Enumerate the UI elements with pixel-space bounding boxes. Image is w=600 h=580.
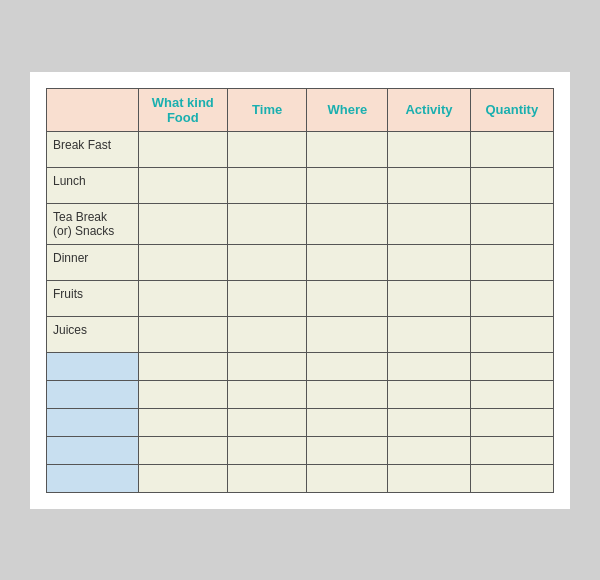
col-header-activity: Activity	[388, 88, 470, 131]
table-row: Break Fast	[47, 131, 554, 167]
col-header-blank	[47, 88, 139, 131]
data-cell[interactable]	[307, 244, 388, 280]
row-label: Tea Break (or) Snacks	[47, 203, 139, 244]
data-cell[interactable]	[388, 244, 470, 280]
table-row: Tea Break (or) Snacks	[47, 203, 554, 244]
data-cell[interactable]	[138, 167, 227, 203]
data-cell[interactable]	[388, 352, 470, 380]
data-cell[interactable]	[138, 316, 227, 352]
data-cell[interactable]	[228, 464, 307, 492]
data-cell[interactable]	[228, 280, 307, 316]
data-cell[interactable]	[470, 244, 553, 280]
data-cell[interactable]	[228, 203, 307, 244]
data-cell[interactable]	[307, 316, 388, 352]
data-cell[interactable]	[307, 380, 388, 408]
data-cell[interactable]	[228, 408, 307, 436]
col-header-time: Time	[228, 88, 307, 131]
data-cell[interactable]	[307, 167, 388, 203]
data-cell[interactable]	[388, 436, 470, 464]
data-cell[interactable]	[388, 316, 470, 352]
data-cell[interactable]	[138, 352, 227, 380]
row-label: Break Fast	[47, 131, 139, 167]
col-header-food: What kindFood	[138, 88, 227, 131]
data-cell[interactable]	[138, 436, 227, 464]
row-label	[47, 464, 139, 492]
data-cell[interactable]	[228, 316, 307, 352]
data-cell[interactable]	[470, 464, 553, 492]
row-label	[47, 436, 139, 464]
table-row	[47, 380, 554, 408]
row-label	[47, 380, 139, 408]
table-row	[47, 408, 554, 436]
data-cell[interactable]	[307, 408, 388, 436]
row-label	[47, 408, 139, 436]
data-cell[interactable]	[307, 203, 388, 244]
data-cell[interactable]	[138, 244, 227, 280]
page-container: What kindFood Time Where Activity Quanti…	[30, 72, 570, 509]
data-cell[interactable]	[470, 352, 553, 380]
col-header-where: Where	[307, 88, 388, 131]
row-label: Fruits	[47, 280, 139, 316]
data-cell[interactable]	[388, 203, 470, 244]
data-cell[interactable]	[470, 167, 553, 203]
data-cell[interactable]	[388, 280, 470, 316]
data-cell[interactable]	[228, 167, 307, 203]
food-log-table: What kindFood Time Where Activity Quanti…	[46, 88, 554, 493]
header-row: What kindFood Time Where Activity Quanti…	[47, 88, 554, 131]
data-cell[interactable]	[470, 203, 553, 244]
data-cell[interactable]	[470, 131, 553, 167]
table-row: Fruits	[47, 280, 554, 316]
row-label: Lunch	[47, 167, 139, 203]
row-label: Dinner	[47, 244, 139, 280]
row-label	[47, 352, 139, 380]
data-cell[interactable]	[228, 131, 307, 167]
data-cell[interactable]	[138, 203, 227, 244]
table-row: Juices	[47, 316, 554, 352]
data-cell[interactable]	[228, 244, 307, 280]
data-cell[interactable]	[307, 464, 388, 492]
table-row: Lunch	[47, 167, 554, 203]
data-cell[interactable]	[138, 464, 227, 492]
data-cell[interactable]	[138, 131, 227, 167]
data-cell[interactable]	[307, 131, 388, 167]
data-cell[interactable]	[228, 380, 307, 408]
data-cell[interactable]	[138, 280, 227, 316]
data-cell[interactable]	[470, 316, 553, 352]
table-row	[47, 352, 554, 380]
data-cell[interactable]	[388, 408, 470, 436]
table-row	[47, 436, 554, 464]
data-cell[interactable]	[470, 408, 553, 436]
data-cell[interactable]	[228, 352, 307, 380]
data-cell[interactable]	[470, 380, 553, 408]
data-cell[interactable]	[470, 436, 553, 464]
data-cell[interactable]	[470, 280, 553, 316]
col-header-quantity: Quantity	[470, 88, 553, 131]
data-cell[interactable]	[388, 464, 470, 492]
data-cell[interactable]	[138, 380, 227, 408]
data-cell[interactable]	[388, 380, 470, 408]
table-row: Dinner	[47, 244, 554, 280]
data-cell[interactable]	[388, 131, 470, 167]
data-cell[interactable]	[307, 280, 388, 316]
row-label: Juices	[47, 316, 139, 352]
table-row	[47, 464, 554, 492]
data-cell[interactable]	[307, 352, 388, 380]
data-cell[interactable]	[388, 167, 470, 203]
data-cell[interactable]	[307, 436, 388, 464]
data-cell[interactable]	[228, 436, 307, 464]
data-cell[interactable]	[138, 408, 227, 436]
